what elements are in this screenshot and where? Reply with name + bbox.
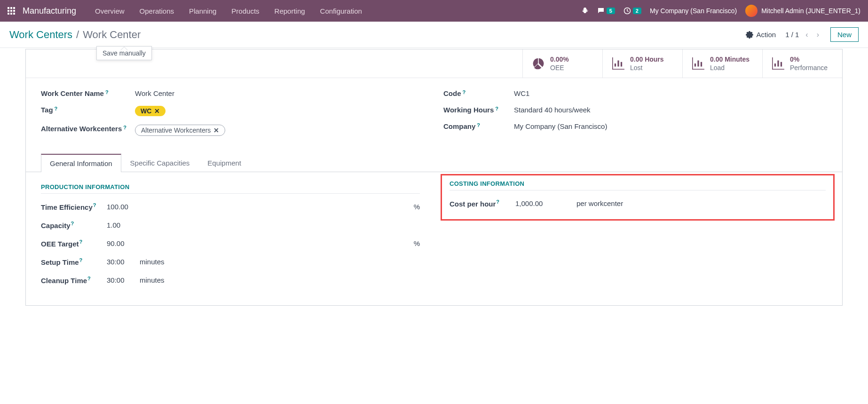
content-wrap: 0.00% OEE 0.00 Hours Lost 0.00 Minutes [0, 49, 868, 306]
alt-value[interactable]: Alternative Workcenters✕ [135, 125, 425, 136]
menu-products[interactable]: Products [224, 0, 267, 22]
bar-chart-icon [772, 57, 784, 70]
row-cleanup-time: Cleanup Time? 30:00 minutes [41, 276, 420, 285]
company-value[interactable]: My Company (San Francisco) [514, 122, 827, 130]
costing-title: COSTING INFORMATION [450, 180, 826, 190]
navbar-right: 5 2 My Company (San Francisco) Mitchell … [581, 5, 860, 17]
tab-equipment[interactable]: Equipment [198, 154, 250, 172]
capacity-value[interactable]: 1.00 [107, 221, 168, 229]
time-eff-unit: % [414, 203, 420, 211]
help-icon[interactable]: ? [71, 221, 74, 226]
code-label: Code? [443, 89, 514, 97]
setup-value[interactable]: 30:00 [107, 258, 140, 266]
stat-oee-value: 0.00% [550, 55, 569, 63]
field-company: Company? My Company (San Francisco) [443, 122, 827, 130]
tag-value[interactable]: WC✕ [135, 106, 425, 116]
gear-icon [746, 31, 753, 39]
messages-icon[interactable]: 5 [597, 7, 615, 15]
bug-icon[interactable] [581, 7, 589, 15]
help-icon[interactable]: ? [93, 202, 96, 208]
stat-lost-value: 0.00 Hours [630, 55, 664, 63]
help-icon[interactable]: ? [495, 106, 498, 111]
close-icon[interactable]: ✕ [154, 107, 160, 115]
help-icon[interactable]: ? [105, 89, 109, 95]
time-eff-label: Time Efficiency? [41, 202, 107, 211]
row-capacity: Capacity? 1.00 [41, 221, 420, 230]
tag-label: Tag? [41, 106, 135, 114]
help-icon[interactable]: ? [55, 106, 58, 111]
stat-lost-label: Lost [630, 63, 664, 72]
tab-capacities[interactable]: Specific Capacities [121, 154, 199, 172]
help-icon[interactable]: ? [79, 239, 83, 245]
help-icon[interactable]: ? [463, 89, 466, 95]
pager-text[interactable]: 1 / 1 [785, 31, 799, 39]
apps-icon[interactable] [8, 7, 15, 15]
action-button[interactable]: Action [746, 31, 776, 39]
menu-planning[interactable]: Planning [181, 0, 224, 22]
breadcrumb-parent[interactable]: Work Centers [9, 29, 72, 41]
stat-lost[interactable]: 0.00 Hours Lost [602, 49, 682, 78]
cost-label: Cost per hour? [450, 199, 515, 208]
menu-operations[interactable]: Operations [132, 0, 181, 22]
alt-tag-pill[interactable]: Alternative Workcenters✕ [135, 125, 225, 136]
stat-performance[interactable]: 0% Performance [762, 49, 842, 78]
new-button[interactable]: New [830, 27, 859, 42]
tag-pill[interactable]: WC✕ [135, 106, 166, 116]
costing-section: COSTING INFORMATION Cost per hour? 1,000… [448, 183, 827, 294]
company-label: Company? [443, 122, 514, 130]
cleanup-label: Cleanup Time? [41, 276, 107, 285]
bar-chart-icon [612, 57, 624, 70]
name-value[interactable]: Work Center [135, 89, 425, 97]
stat-oee[interactable]: 0.00% OEE [522, 49, 602, 78]
form-grid: Work Center Name? Work Center Tag? WC✕ A… [41, 89, 827, 144]
field-working-hours: Working Hours? Standard 40 hours/week [443, 106, 827, 114]
menu-reporting[interactable]: Reporting [267, 0, 313, 22]
menu-overview[interactable]: Overview [87, 0, 132, 22]
breadcrumb: Work Centers / Work Center [9, 29, 141, 41]
help-icon[interactable]: ? [87, 276, 91, 281]
row-setup-time: Setup Time? 30:00 minutes [41, 257, 420, 266]
cost-value[interactable]: 1,000.00 [515, 199, 576, 207]
time-eff-value[interactable]: 100.00 [107, 203, 168, 211]
pager-next[interactable]: › [815, 30, 821, 40]
stat-load-label: Load [710, 63, 750, 72]
help-icon[interactable]: ? [123, 125, 126, 130]
oee-target-value[interactable]: 90.00 [107, 239, 168, 247]
tabs: General Information Specific Capacities … [26, 154, 842, 172]
form-sheet: 0.00% OEE 0.00 Hours Lost 0.00 Minutes [25, 49, 843, 306]
cost-unit: per workcenter [576, 199, 623, 207]
breadcrumb-bar: Work Centers / Work Center Save manually… [0, 22, 868, 48]
pager-prev[interactable]: ‹ [804, 30, 810, 40]
navbar-menu: Overview Operations Planning Products Re… [87, 0, 370, 22]
alt-label: Alternative Workcenters? [41, 125, 135, 133]
code-value[interactable]: WC1 [514, 89, 827, 97]
field-tag: Tag? WC✕ [41, 106, 425, 116]
form-right-column: Code? WC1 Working Hours? Standard 40 hou… [443, 89, 827, 144]
breadcrumb-current: Work Center [83, 29, 141, 41]
pie-chart-icon [532, 57, 544, 70]
menu-configuration[interactable]: Configuration [313, 0, 370, 22]
help-icon[interactable]: ? [496, 199, 499, 205]
user-menu[interactable]: Mitchell Admin (JUNE_ENTER_1) [745, 5, 860, 17]
cleanup-value[interactable]: 30:00 [107, 276, 140, 284]
stat-perf-value: 0% [790, 55, 828, 63]
breadcrumb-separator: / [76, 29, 79, 41]
oee-target-unit: % [414, 239, 420, 247]
close-icon[interactable]: ✕ [213, 127, 219, 134]
hours-value[interactable]: Standard 40 hours/week [514, 106, 827, 114]
main-navbar: Manufacturing Overview Operations Planni… [0, 0, 868, 22]
pager: 1 / 1 ‹ › [785, 30, 821, 40]
help-icon[interactable]: ? [79, 257, 83, 263]
company-selector[interactable]: My Company (San Francisco) [650, 7, 737, 15]
app-brand[interactable]: Manufacturing [23, 6, 76, 16]
activities-icon[interactable]: 2 [623, 7, 641, 15]
field-code: Code? WC1 [443, 89, 827, 97]
stat-load[interactable]: 0.00 Minutes Load [682, 49, 762, 78]
help-icon[interactable]: ? [477, 122, 480, 128]
tab-general[interactable]: General Information [41, 154, 121, 172]
stat-perf-label: Performance [790, 63, 828, 72]
name-label: Work Center Name? [41, 89, 135, 97]
row-time-efficiency: Time Efficiency? 100.00 % [41, 202, 420, 211]
actions-right: Action 1 / 1 ‹ › New [746, 27, 859, 42]
costing-highlight-box: COSTING INFORMATION Cost per hour? 1,000… [441, 174, 835, 221]
